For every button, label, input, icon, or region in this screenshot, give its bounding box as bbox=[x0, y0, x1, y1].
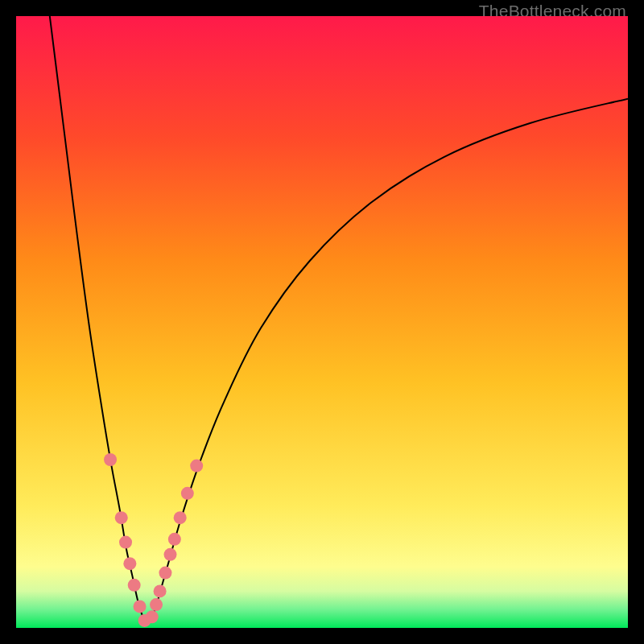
plot-svg bbox=[16, 16, 628, 628]
plot-area bbox=[16, 16, 628, 628]
data-marker bbox=[168, 533, 181, 546]
data-marker bbox=[190, 460, 203, 473]
data-marker bbox=[115, 511, 128, 524]
data-marker bbox=[134, 600, 147, 613]
data-marker bbox=[119, 536, 132, 549]
data-marker bbox=[154, 584, 167, 597]
outer-frame: TheBottleneck.com bbox=[0, 0, 644, 644]
data-marker bbox=[159, 567, 171, 580]
data-marker bbox=[104, 453, 117, 466]
data-marker bbox=[150, 598, 163, 611]
data-marker bbox=[164, 548, 177, 561]
data-marker bbox=[123, 557, 136, 570]
data-marker bbox=[146, 610, 159, 623]
gradient-background bbox=[16, 16, 628, 628]
data-marker bbox=[174, 511, 187, 524]
data-marker bbox=[181, 487, 194, 500]
data-marker bbox=[128, 579, 141, 592]
